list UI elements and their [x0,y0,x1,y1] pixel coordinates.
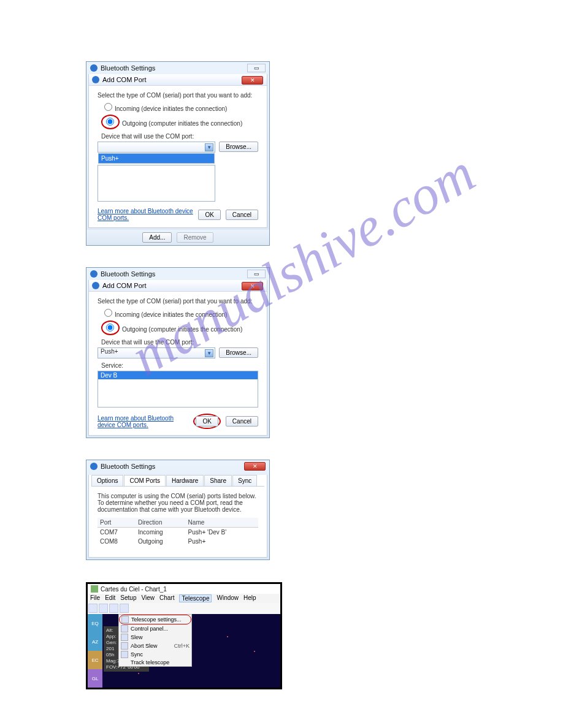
slew-icon [121,634,128,641]
side-gl[interactable]: GL [88,669,102,688]
tab-share[interactable]: Share [204,475,232,486]
bluetooth-icon [90,463,98,470]
title: Bluetooth Settings [101,463,155,470]
tab-hardware[interactable]: Hardware [166,475,204,486]
device-combo[interactable]: Push+ ▼ [98,347,215,358]
minimize-button[interactable]: ▭ [247,64,266,72]
bluetooth-icon [90,64,98,72]
tab-strip: Options COM Ports Hardware Share Sync [91,475,264,487]
radio-incoming[interactable] [104,103,112,111]
service-item[interactable]: Dev B [98,371,258,379]
combo-value: Push+ [98,348,118,355]
dialog-bluetooth-settings-1: Bluetooth Settings ▭ Add COM Port ✕ Sele… [86,61,270,246]
telescope-menu: Telescope settings... Control panel... S… [118,614,192,667]
star-icon [138,673,139,674]
browse-button[interactable]: Browse... [219,142,258,152]
tab-options[interactable]: Options [91,475,123,486]
device-label: Device that will use the COM port: [101,339,258,346]
bluetooth-icon [92,282,99,289]
learn-more-link[interactable]: Learn more about Bluetooth device COM po… [98,415,188,428]
highlight-circle [101,320,120,335]
inner-title: Add COM Port [102,76,147,83]
star-icon [227,636,228,637]
menu-view[interactable]: View [142,594,155,602]
highlight-circle: OK [193,414,220,429]
menu-item-sync[interactable]: Sync [119,650,191,659]
tab-sync[interactable]: Sync [232,475,257,486]
menu-file[interactable]: File [90,594,100,602]
close-button[interactable]: ✕ [242,282,263,290]
ok-button[interactable]: OK [198,210,220,220]
cancel-button[interactable]: Cancel [226,416,258,427]
blurb: This computer is using the COM (serial) … [98,493,258,513]
combo-option-push[interactable]: Push+ [99,154,214,163]
service-label: Service: [101,362,258,369]
toolbar [88,603,280,614]
dialog-bluetooth-settings-ports: Bluetooth Settings ✕ Options COM Ports H… [86,460,270,560]
side-eq[interactable]: EQ [88,614,102,632]
toolbar-icon[interactable] [99,604,108,613]
radio-incoming-label: Incoming (device initiates the connectio… [115,311,227,318]
radio-incoming-label: Incoming (device initiates the connectio… [115,105,227,112]
browse-button[interactable]: Browse... [219,347,258,358]
menu-edit[interactable]: Edit [105,594,115,602]
outer-title: Bluetooth Settings [101,270,155,278]
add-button[interactable]: Add... [142,232,172,243]
menu-item-control-panel[interactable]: Control panel... [119,624,191,633]
menu-item-slew[interactable]: Slew [119,633,191,642]
radio-outgoing[interactable] [106,324,114,332]
service-list[interactable]: Dev B [98,371,258,408]
app-titlebar: Cartes du Ciel - Chart_1 [88,584,280,594]
side-az[interactable]: AZ [88,632,102,651]
device-label: Device that will use the COM port: [101,133,258,140]
close-button[interactable]: ✕ [242,76,263,85]
settings-icon [121,616,129,623]
menu-bar: File Edit Setup View Chart Telescope Win… [88,594,280,603]
hotkey: Ctrl+K [174,643,190,649]
menu-item-telescope-settings[interactable]: Telescope settings... [119,615,191,624]
combo-dropdown: Push+ [98,153,215,164]
outer-title: Bluetooth Settings [101,64,155,72]
menu-item-abort-slew[interactable]: Abort Slew Ctrl+K [119,642,191,650]
panel-icon [121,625,128,632]
menu-window[interactable]: Window [216,594,239,602]
toolbar-icon[interactable] [88,604,98,613]
ports-table: Port Direction Name COM7 Incoming Push+ … [98,518,258,546]
col-name: Name [186,518,258,528]
intro-text: Select the type of COM (serial) port tha… [98,298,258,305]
close-button[interactable]: ✕ [244,462,266,471]
menu-help[interactable]: Help [243,594,256,602]
menu-chart[interactable]: Chart [159,594,174,602]
dialog-bluetooth-settings-2: Bluetooth Settings ▭ Add COM Port ✕ Sele… [86,267,270,438]
minimize-button[interactable]: ▭ [247,270,266,278]
listbox [98,165,215,202]
table-row[interactable]: COM7 Incoming Push+ 'Dev B' [98,528,258,537]
radio-outgoing-label: Outgoing (computer initiates the connect… [122,120,242,127]
menu-setup[interactable]: Setup [120,594,136,602]
device-combo[interactable]: ▼ Push+ [98,142,215,153]
chevron-down-icon[interactable]: ▼ [205,349,213,357]
radio-outgoing[interactable] [106,118,114,126]
intro-text: Select the type of COM (serial) port tha… [98,92,258,99]
menu-item-track[interactable]: Track telescope [119,659,191,666]
app-title-text: Cartes du Ciel - Chart_1 [101,586,167,593]
ok-button[interactable]: OK [196,416,218,427]
toolbar-icon[interactable] [120,604,129,613]
radio-incoming[interactable] [104,309,112,317]
abort-icon [121,642,128,650]
table-row[interactable]: COM8 Outgoing Push+ [98,537,258,546]
menu-telescope[interactable]: Telescope [179,594,212,602]
side-ec[interactable]: EC [88,651,102,669]
remove-button[interactable]: Remove [177,232,213,243]
chevron-down-icon[interactable]: ▼ [205,143,213,151]
learn-more-link[interactable]: Learn more about Bluetooth device COM po… [98,208,193,221]
tab-com-ports[interactable]: COM Ports [124,475,165,486]
app-cartes-du-ciel: Cartes du Ciel - Chart_1 File Edit Setup… [86,582,282,689]
bluetooth-icon [90,270,98,278]
outer-titlebar: Bluetooth Settings ▭ [86,62,269,74]
star-icon [254,651,255,652]
radio-outgoing-label: Outgoing (computer initiates the connect… [122,326,242,333]
cancel-button[interactable]: Cancel [226,210,258,220]
col-port: Port [98,518,136,528]
toolbar-icon[interactable] [109,604,118,613]
